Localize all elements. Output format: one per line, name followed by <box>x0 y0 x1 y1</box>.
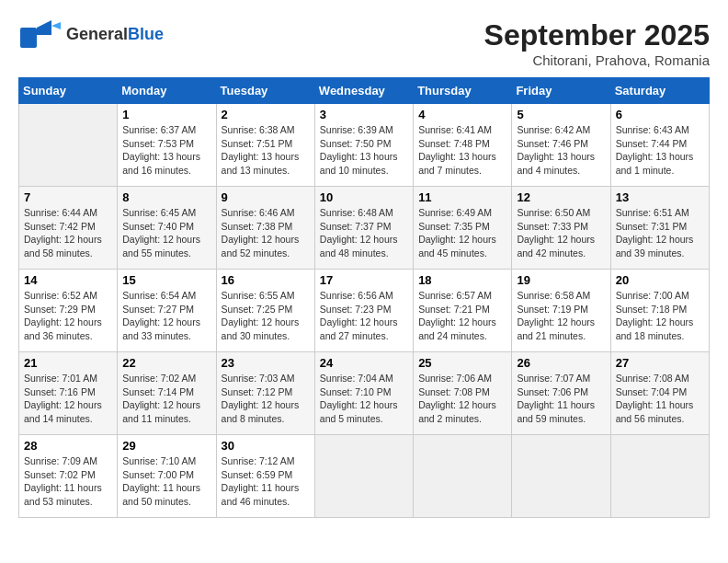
svg-marker-2 <box>51 22 61 29</box>
calendar-cell: 14Sunrise: 6:52 AMSunset: 7:29 PMDayligh… <box>19 270 118 352</box>
calendar-cell <box>414 435 512 518</box>
day-header-monday: Monday <box>118 78 216 104</box>
day-info: Sunrise: 6:54 AMSunset: 7:27 PMDaylight:… <box>122 289 210 343</box>
location-title: Chitorani, Prahova, Romania <box>484 52 710 68</box>
day-number: 2 <box>222 108 310 121</box>
calendar-week-row: 7Sunrise: 6:44 AMSunset: 7:42 PMDaylight… <box>19 187 710 270</box>
calendar-cell: 3Sunrise: 6:39 AMSunset: 7:50 PMDaylight… <box>314 104 413 187</box>
logo-blue: Blue <box>128 25 164 43</box>
day-info: Sunrise: 6:55 AMSunset: 7:25 PMDaylight:… <box>222 289 310 343</box>
calendar-cell: 4Sunrise: 6:41 AMSunset: 7:48 PMDaylight… <box>414 104 512 187</box>
day-header-saturday: Saturday <box>610 78 709 104</box>
day-number: 26 <box>517 356 605 370</box>
calendar-cell: 13Sunrise: 6:51 AMSunset: 7:31 PMDayligh… <box>610 187 709 270</box>
day-number: 24 <box>320 356 408 370</box>
page-header: GeneralBlue September 2025 Chitorani, Pr… <box>18 18 710 68</box>
day-info: Sunrise: 6:52 AMSunset: 7:29 PMDaylight:… <box>24 289 112 343</box>
calendar-cell: 16Sunrise: 6:55 AMSunset: 7:25 PMDayligh… <box>216 270 314 352</box>
day-info: Sunrise: 7:09 AMSunset: 7:02 PMDaylight:… <box>24 454 112 509</box>
day-number: 15 <box>122 273 210 287</box>
day-info: Sunrise: 6:58 AMSunset: 7:19 PMDaylight:… <box>517 289 605 343</box>
calendar-week-row: 21Sunrise: 7:01 AMSunset: 7:16 PMDayligh… <box>19 352 710 435</box>
calendar-header-row: SundayMondayTuesdayWednesdayThursdayFrid… <box>19 78 710 104</box>
day-info: Sunrise: 7:00 AMSunset: 7:18 PMDaylight:… <box>616 289 704 343</box>
day-header-friday: Friday <box>512 78 610 104</box>
logo-icon <box>18 18 63 52</box>
day-number: 7 <box>24 190 112 204</box>
day-number: 25 <box>418 356 506 370</box>
day-number: 12 <box>517 190 605 204</box>
svg-marker-1 <box>37 20 51 35</box>
calendar-cell: 2Sunrise: 6:38 AMSunset: 7:51 PMDaylight… <box>216 104 314 187</box>
calendar-cell: 23Sunrise: 7:03 AMSunset: 7:12 PMDayligh… <box>216 352 314 435</box>
day-info: Sunrise: 6:51 AMSunset: 7:31 PMDaylight:… <box>616 206 704 260</box>
day-number: 28 <box>24 439 112 453</box>
day-number: 27 <box>616 356 704 370</box>
day-number: 23 <box>222 356 310 370</box>
svg-rect-0 <box>20 28 37 48</box>
calendar-cell: 6Sunrise: 6:43 AMSunset: 7:44 PMDaylight… <box>610 104 709 187</box>
calendar-cell <box>610 435 709 518</box>
day-info: Sunrise: 6:49 AMSunset: 7:35 PMDaylight:… <box>418 206 506 260</box>
calendar-cell: 7Sunrise: 6:44 AMSunset: 7:42 PMDaylight… <box>19 187 118 270</box>
calendar-cell: 8Sunrise: 6:45 AMSunset: 7:40 PMDaylight… <box>118 187 216 270</box>
calendar-week-row: 28Sunrise: 7:09 AMSunset: 7:02 PMDayligh… <box>19 435 710 518</box>
day-number: 20 <box>616 273 704 287</box>
day-info: Sunrise: 7:01 AMSunset: 7:16 PMDaylight:… <box>24 372 112 426</box>
day-info: Sunrise: 6:46 AMSunset: 7:38 PMDaylight:… <box>222 206 310 260</box>
day-info: Sunrise: 6:56 AMSunset: 7:23 PMDaylight:… <box>320 289 408 343</box>
calendar-cell <box>314 435 413 518</box>
day-info: Sunrise: 7:12 AMSunset: 6:59 PMDaylight:… <box>222 454 310 509</box>
calendar-cell: 24Sunrise: 7:04 AMSunset: 7:10 PMDayligh… <box>314 352 413 435</box>
day-number: 17 <box>320 273 408 287</box>
day-number: 19 <box>517 273 605 287</box>
calendar-cell: 19Sunrise: 6:58 AMSunset: 7:19 PMDayligh… <box>512 270 610 352</box>
day-number: 16 <box>222 273 310 287</box>
day-number: 21 <box>24 356 112 370</box>
day-number: 8 <box>122 190 210 204</box>
calendar-cell: 1Sunrise: 6:37 AMSunset: 7:53 PMDaylight… <box>118 104 216 187</box>
logo: GeneralBlue <box>18 18 164 52</box>
calendar-cell: 21Sunrise: 7:01 AMSunset: 7:16 PMDayligh… <box>19 352 118 435</box>
calendar-cell: 25Sunrise: 7:06 AMSunset: 7:08 PMDayligh… <box>414 352 512 435</box>
day-info: Sunrise: 6:41 AMSunset: 7:48 PMDaylight:… <box>418 123 506 178</box>
day-number: 22 <box>122 356 210 370</box>
day-number: 18 <box>418 273 506 287</box>
calendar-cell: 28Sunrise: 7:09 AMSunset: 7:02 PMDayligh… <box>19 435 118 518</box>
calendar-cell: 18Sunrise: 6:57 AMSunset: 7:21 PMDayligh… <box>414 270 512 352</box>
day-number: 11 <box>418 190 506 204</box>
day-info: Sunrise: 6:38 AMSunset: 7:51 PMDaylight:… <box>222 123 310 178</box>
calendar-cell: 12Sunrise: 6:50 AMSunset: 7:33 PMDayligh… <box>512 187 610 270</box>
day-info: Sunrise: 7:02 AMSunset: 7:14 PMDaylight:… <box>122 372 210 426</box>
day-info: Sunrise: 7:03 AMSunset: 7:12 PMDaylight:… <box>222 372 310 426</box>
day-info: Sunrise: 6:44 AMSunset: 7:42 PMDaylight:… <box>24 206 112 260</box>
day-number: 14 <box>24 273 112 287</box>
calendar-cell: 22Sunrise: 7:02 AMSunset: 7:14 PMDayligh… <box>118 352 216 435</box>
day-number: 10 <box>320 190 408 204</box>
logo-general: General <box>66 25 128 43</box>
day-number: 9 <box>222 190 310 204</box>
day-info: Sunrise: 7:07 AMSunset: 7:06 PMDaylight:… <box>517 372 605 426</box>
day-info: Sunrise: 6:48 AMSunset: 7:37 PMDaylight:… <box>320 206 408 260</box>
day-number: 5 <box>517 108 605 121</box>
day-info: Sunrise: 6:57 AMSunset: 7:21 PMDaylight:… <box>418 289 506 343</box>
calendar-cell: 29Sunrise: 7:10 AMSunset: 7:00 PMDayligh… <box>118 435 216 518</box>
month-title: September 2025 <box>484 18 710 52</box>
day-info: Sunrise: 6:45 AMSunset: 7:40 PMDaylight:… <box>122 206 210 260</box>
day-info: Sunrise: 6:37 AMSunset: 7:53 PMDaylight:… <box>122 123 210 178</box>
calendar-cell: 5Sunrise: 6:42 AMSunset: 7:46 PMDaylight… <box>512 104 610 187</box>
calendar-cell: 20Sunrise: 7:00 AMSunset: 7:18 PMDayligh… <box>610 270 709 352</box>
calendar-table: SundayMondayTuesdayWednesdayThursdayFrid… <box>18 77 710 518</box>
calendar-cell: 15Sunrise: 6:54 AMSunset: 7:27 PMDayligh… <box>118 270 216 352</box>
calendar-cell: 27Sunrise: 7:08 AMSunset: 7:04 PMDayligh… <box>610 352 709 435</box>
day-header-sunday: Sunday <box>19 78 118 104</box>
calendar-cell: 17Sunrise: 6:56 AMSunset: 7:23 PMDayligh… <box>314 270 413 352</box>
day-info: Sunrise: 6:43 AMSunset: 7:44 PMDaylight:… <box>616 123 704 178</box>
day-number: 6 <box>616 108 704 121</box>
day-header-tuesday: Tuesday <box>216 78 314 104</box>
calendar-cell: 10Sunrise: 6:48 AMSunset: 7:37 PMDayligh… <box>314 187 413 270</box>
day-info: Sunrise: 6:50 AMSunset: 7:33 PMDaylight:… <box>517 206 605 260</box>
calendar-cell <box>19 104 118 187</box>
day-info: Sunrise: 7:10 AMSunset: 7:00 PMDaylight:… <box>122 454 210 509</box>
day-number: 3 <box>320 108 408 121</box>
